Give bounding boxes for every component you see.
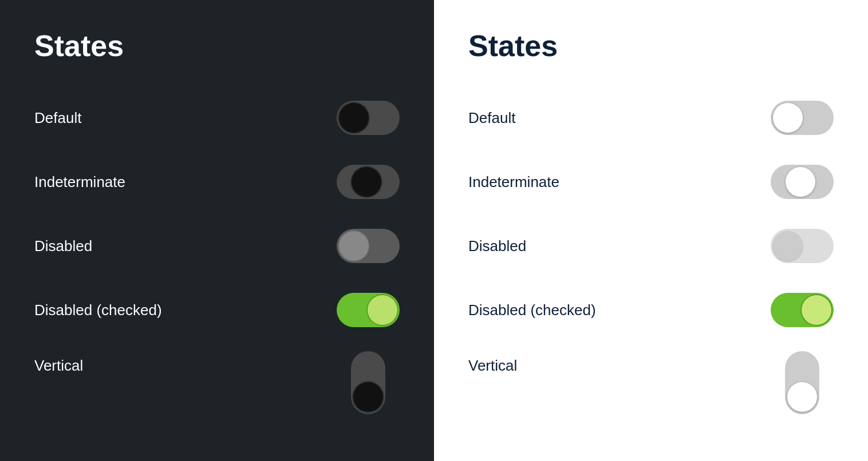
light-default-row: Default (468, 86, 834, 150)
light-default-toggle[interactable] (771, 101, 834, 135)
light-disabled-checked-label: Disabled (checked) (468, 301, 596, 319)
light-indeterminate-thumb (786, 167, 815, 197)
dark-disabled-checked-toggle (337, 293, 400, 327)
dark-disabled-row: Disabled (34, 214, 400, 278)
dark-indeterminate-toggle[interactable] (337, 165, 400, 199)
light-indeterminate-toggle[interactable] (771, 165, 834, 199)
dark-default-row: Default (34, 86, 400, 150)
dark-disabled-track (337, 229, 400, 263)
dark-disabled-checked-label: Disabled (checked) (34, 301, 162, 319)
light-disabled-checked-thumb (802, 295, 831, 325)
light-disabled-toggle (771, 229, 834, 263)
dark-panel-title: States (34, 29, 400, 63)
dark-default-thumb (339, 103, 369, 133)
light-disabled-thumb (773, 231, 803, 261)
light-disabled-checked-track (771, 293, 834, 327)
light-vertical-label: Vertical (468, 351, 517, 375)
light-indeterminate-row: Indeterminate (468, 150, 834, 214)
light-vertical-track (785, 351, 819, 414)
light-panel-title: States (468, 29, 834, 63)
dark-disabled-checked-track (337, 293, 400, 327)
dark-vertical-label: Vertical (34, 351, 83, 375)
dark-disabled-toggle (337, 229, 400, 263)
light-indeterminate-label: Indeterminate (468, 173, 559, 191)
dark-disabled-checked-row: Disabled (checked) (34, 278, 400, 342)
light-vertical-toggle[interactable] (771, 351, 834, 414)
light-vertical-row: Vertical (468, 342, 834, 423)
dark-default-toggle[interactable] (337, 101, 400, 135)
light-disabled-label: Disabled (468, 237, 526, 255)
light-indeterminate-track (771, 165, 834, 199)
light-disabled-checked-row: Disabled (checked) (468, 278, 834, 342)
dark-vertical-toggle[interactable] (337, 351, 400, 414)
light-panel: States Default Indeterminate Disabled Di… (434, 0, 868, 461)
light-vertical-thumb (787, 382, 817, 412)
dark-indeterminate-label: Indeterminate (34, 173, 125, 191)
dark-indeterminate-thumb (352, 167, 381, 197)
dark-default-track (337, 101, 400, 135)
dark-disabled-thumb (339, 231, 369, 261)
light-default-thumb (773, 103, 803, 133)
light-disabled-track (771, 229, 834, 263)
light-default-track (771, 101, 834, 135)
dark-panel: States Default Indeterminate Disabled Di… (0, 0, 434, 461)
dark-disabled-checked-thumb (368, 295, 397, 325)
dark-indeterminate-track (337, 165, 400, 199)
light-default-label: Default (468, 109, 515, 127)
dark-vertical-thumb (353, 382, 383, 412)
dark-vertical-track (351, 351, 385, 414)
dark-indeterminate-row: Indeterminate (34, 150, 400, 214)
dark-disabled-label: Disabled (34, 237, 92, 255)
light-disabled-row: Disabled (468, 214, 834, 278)
light-disabled-checked-toggle (771, 293, 834, 327)
dark-vertical-row: Vertical (34, 342, 400, 423)
dark-default-label: Default (34, 109, 81, 127)
